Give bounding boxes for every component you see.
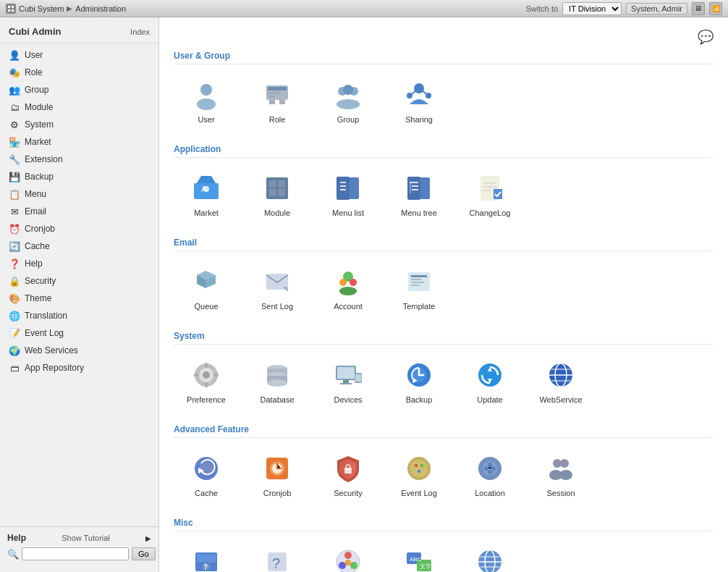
show-tutorial-button[interactable]: Show Tutorial	[62, 534, 110, 542]
sidebar-item-eventlog[interactable]: 📝Event Log	[0, 324, 158, 342]
icon-item-role[interactable]: Role	[245, 72, 310, 130]
sidebar-item-user[interactable]: 👤User	[0, 46, 158, 64]
svg-point-91	[410, 460, 428, 477]
sidebar-item-cronjob[interactable]: ⏰Cronjob	[0, 220, 158, 237]
icon-item-template[interactable]: Template	[386, 258, 452, 316]
icon-item-update[interactable]: Update	[457, 352, 522, 410]
icon-grid-email: QueueSent LogAccountTemplate	[174, 258, 714, 316]
cronjob-icon: ⏰	[9, 223, 20, 235]
icon-item-market[interactable]: AMarket	[174, 165, 239, 223]
svg-point-49	[339, 287, 357, 295]
search-input[interactable]	[22, 547, 129, 560]
icon-item-translation[interactable]: ABC文字Translation	[386, 539, 452, 572]
sidebar-header: Cubi Admin Index	[0, 23, 158, 43]
icon-item-module[interactable]: Module	[245, 165, 310, 223]
icon-item-user[interactable]: User	[174, 72, 239, 130]
icon-item-security[interactable]: Security	[316, 445, 381, 503]
icon-item-session[interactable]: Session	[528, 445, 593, 503]
icon-item-sharing[interactable]: Sharing	[386, 72, 452, 130]
icon-item-database[interactable]: Database	[245, 352, 310, 410]
icon-item-group[interactable]: Group	[316, 72, 381, 130]
system-icon: ⚙	[9, 119, 20, 130]
sidebar-item-market[interactable]: 🏪Market	[0, 133, 158, 151]
division-select[interactable]: IT Division	[562, 2, 622, 15]
icon-item-webservice[interactable]: WebService	[528, 352, 593, 410]
sidebar-item-webservices[interactable]: 🌍Web Services	[0, 342, 158, 359]
module-icon: 🗂	[9, 101, 20, 113]
go-button[interactable]: Go	[132, 547, 156, 560]
svg-rect-33	[340, 185, 346, 187]
svg-text:ABC: ABC	[410, 556, 422, 563]
section-title-application: Application	[174, 144, 714, 158]
icon-item-sentlog[interactable]: Sent Log	[245, 258, 310, 316]
sidebar-item-system[interactable]: ⚙System	[0, 116, 158, 133]
icon-item-cronjob[interactable]: Cronjob	[245, 445, 310, 503]
theme-icon: 🎨	[9, 293, 20, 304]
sidebar-item-cache[interactable]: 🔄Cache	[0, 237, 158, 255]
user-icon	[189, 77, 224, 112]
icon-label-queue: Queue	[194, 302, 218, 311]
sidebar-index-button[interactable]: Index	[130, 28, 150, 36]
sidebar-label-eventlog: Event Log	[25, 328, 64, 338]
svg-rect-37	[410, 182, 418, 183]
section-email: EmailQueueSent LogAccountTemplate	[174, 237, 714, 316]
icon-item-theme[interactable]: Theme	[316, 539, 381, 572]
svg-rect-38	[412, 185, 418, 187]
sidebar-item-role[interactable]: 🎭Role	[0, 64, 158, 81]
sidebar-item-group[interactable]: 👥Group	[0, 81, 158, 98]
help-header: Help Show Tutorial ▶	[7, 533, 151, 543]
svg-point-93	[420, 464, 423, 467]
svg-rect-51	[411, 275, 427, 277]
icon-item-account[interactable]: Account	[316, 258, 381, 316]
sidebar-item-translation[interactable]: 🌐Translation	[0, 307, 158, 324]
icon-item-devices[interactable]: Devices	[316, 352, 381, 410]
sidebar-item-menu[interactable]: 📋Menu	[0, 185, 158, 203]
sidebar-item-module[interactable]: 🗂Module	[0, 98, 158, 116]
icon-item-cache[interactable]: Cache	[174, 445, 239, 503]
sidebar-item-help[interactable]: ❓Help	[0, 255, 158, 272]
icon-item-location[interactable]: Location	[457, 445, 522, 503]
sidebar-item-backup[interactable]: 💾Backup	[0, 168, 158, 185]
svg-rect-72	[355, 374, 361, 382]
svg-rect-58	[205, 363, 208, 368]
help-title: Help	[7, 533, 26, 543]
icon-item-helptips[interactable]: ?Help Tips	[245, 539, 310, 572]
icon-item-backup[interactable]: Backup	[386, 352, 452, 410]
sidebar-item-extension[interactable]: 🔧Extension	[0, 151, 158, 168]
icon-item-eventlog[interactable]: Event Log	[386, 445, 452, 503]
icon-item-queue[interactable]: Queue	[174, 258, 239, 316]
sidebar-item-theme[interactable]: 🎨Theme	[0, 290, 158, 307]
svg-point-120	[478, 550, 501, 572]
icon-item-changelog[interactable]: ChangeLog	[457, 165, 522, 223]
monitor-icon[interactable]: 🖥	[692, 2, 705, 15]
icon-label-location: Location	[475, 489, 505, 497]
cache-icon	[189, 451, 224, 486]
section-application: ApplicationAMarketModuleMenu listMenu tr…	[174, 144, 714, 223]
svg-point-16	[337, 99, 360, 109]
session-icon	[543, 451, 578, 486]
backup-icon	[402, 358, 436, 392]
icon-label-eventlog: Event Log	[401, 489, 437, 497]
database-icon	[260, 358, 295, 392]
icon-item-menulist[interactable]: Menu list	[316, 165, 381, 223]
svg-rect-3	[8, 9, 10, 12]
icon-label-menulist: Menu list	[332, 209, 364, 217]
icon-label-database: Database	[260, 395, 294, 404]
svg-rect-8	[268, 87, 287, 91]
message-icon[interactable]: 💬	[698, 29, 714, 45]
icon-item-menutree[interactable]: Menu tree	[386, 165, 452, 223]
icon-item-preference[interactable]: Preference	[174, 352, 239, 410]
svg-point-92	[415, 464, 418, 467]
icon-item-helpcategory[interactable]: ?HelpCategory	[174, 539, 239, 572]
sidebar-item-security[interactable]: 🔒Security	[0, 272, 158, 290]
search-icon: 🔍	[7, 549, 19, 560]
svg-point-47	[339, 279, 347, 286]
sidebar-item-email[interactable]: ✉Email	[0, 203, 158, 220]
sidebar-title: Cubi Admin	[9, 26, 61, 37]
icon-label-sentlog: Sent Log	[261, 302, 293, 311]
icon-label-security: Security	[334, 489, 363, 497]
icon-item-language[interactable]: Language	[457, 539, 522, 572]
svg-point-99	[484, 466, 488, 471]
sidebar-item-apprepository[interactable]: 🗃App Repository	[0, 359, 158, 377]
svg-rect-29	[278, 189, 285, 196]
